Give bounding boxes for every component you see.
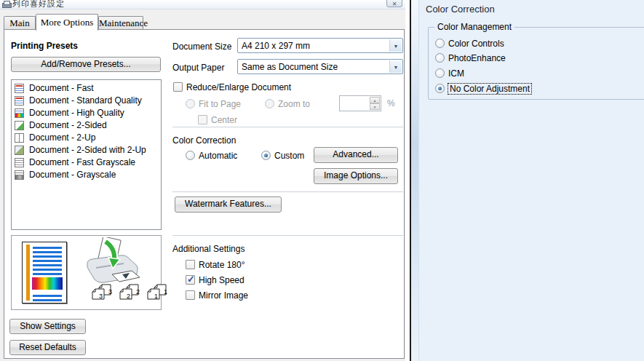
svg-text:1: 1 bbox=[154, 293, 158, 300]
svg-text:2: 2 bbox=[127, 293, 130, 300]
fit-to-page-label: Fit to Page bbox=[199, 99, 241, 109]
fit-to-page-radio[interactable] bbox=[186, 99, 195, 108]
list-item[interactable]: Document - Fast bbox=[12, 82, 161, 95]
spinner-up-button[interactable]: ▲ bbox=[370, 97, 380, 103]
list-item[interactable]: Document - 2-Sided bbox=[12, 119, 161, 132]
title-bar: 列印喜好設定 ✕ bbox=[0, 0, 405, 9]
window-title: 列印喜好設定 bbox=[12, 0, 65, 9]
document-size-label: Document Size bbox=[172, 41, 231, 52]
color-controls-label: Color Controls bbox=[448, 39, 504, 49]
binding-stripe bbox=[26, 245, 30, 301]
show-settings-button[interactable]: Show Settings bbox=[9, 319, 86, 334]
svg-text:2: 2 bbox=[136, 288, 140, 295]
printing-presets-heading: Printing Presets bbox=[11, 41, 78, 51]
photoenhance-radio[interactable] bbox=[435, 53, 445, 63]
reduce-enlarge-label: Reduce/Enlarge Document bbox=[186, 82, 291, 92]
color-correction-window: Color Correction Color Management Color … bbox=[410, 0, 644, 361]
document-fast-icon bbox=[15, 84, 24, 93]
separator bbox=[172, 127, 403, 127]
document-preview-thumbnail bbox=[22, 242, 67, 304]
document-fast-grayscale-icon bbox=[15, 158, 24, 167]
list-item[interactable]: Document - Fast Grayscale bbox=[12, 156, 161, 169]
reduce-enlarge-checkbox[interactable] bbox=[173, 82, 183, 92]
no-color-adjustment-label: No Color Adjustment bbox=[448, 84, 531, 94]
separator bbox=[172, 235, 403, 236]
spinner-up-icon: ▲ bbox=[370, 98, 379, 103]
collate-pages-3-icon: 3 3 bbox=[92, 284, 115, 304]
svg-text:3: 3 bbox=[108, 288, 112, 295]
automatic-radio[interactable] bbox=[186, 151, 195, 160]
document-size-select[interactable]: A4 210 x 297 mm ▼ bbox=[237, 38, 403, 53]
dropdown-button[interactable]: ▼ bbox=[389, 39, 402, 52]
color-correction-heading: Color Correction bbox=[172, 135, 236, 146]
presets-list: Document - Fast Document - Standard Qual… bbox=[11, 79, 162, 230]
no-color-adjustment-radio[interactable] bbox=[435, 84, 445, 93]
color-bar bbox=[32, 277, 63, 290]
document-grayscale-icon bbox=[15, 170, 24, 180]
close-icon: ✕ bbox=[392, 1, 397, 7]
center-label: Center bbox=[211, 115, 237, 125]
mirror-image-checkbox[interactable] bbox=[186, 290, 195, 300]
dropdown-button[interactable]: ▼ bbox=[389, 60, 402, 73]
color-correction-window-title: Color Correction bbox=[426, 4, 495, 15]
document-2-sided-with-2-up-icon bbox=[15, 146, 24, 155]
document-2-sided-icon bbox=[15, 121, 24, 130]
spinner-down-button[interactable]: ▼ bbox=[370, 103, 380, 110]
tab-maintenance[interactable]: Maintenance bbox=[98, 16, 143, 30]
zoom-to-label: Zoom to bbox=[278, 99, 310, 109]
list-item[interactable]: Document - 2-Sided with 2-Up bbox=[12, 144, 161, 156]
icm-label: ICM bbox=[448, 68, 464, 79]
automatic-label: Automatic bbox=[199, 151, 237, 161]
percent-label: % bbox=[387, 98, 395, 108]
zoom-percent-input[interactable]: ▲ ▼ bbox=[339, 95, 381, 111]
window-frame bbox=[411, 0, 419, 361]
rotate-180-label: Rotate 180° bbox=[199, 260, 245, 270]
printer-graphic-icon bbox=[79, 237, 146, 284]
print-preview-panel: 3 3 2 2 1 1 bbox=[11, 235, 162, 310]
list-item[interactable]: Document - 2-Up bbox=[12, 132, 161, 144]
reset-defaults-button[interactable]: Reset Defaults bbox=[9, 340, 86, 355]
document-standard-quality-icon bbox=[15, 96, 24, 106]
custom-label: Custom bbox=[274, 151, 304, 161]
tab-more-options[interactable]: More Options bbox=[36, 14, 98, 31]
watermark-features-button[interactable]: Watermark Features... bbox=[175, 197, 282, 213]
printing-preferences-window: 列印喜好設定 ✕ Main More Options Maintenance P… bbox=[0, 0, 405, 361]
separator bbox=[172, 191, 403, 192]
close-button[interactable]: ✕ bbox=[386, 0, 402, 7]
collate-pages-2-icon: 2 2 bbox=[119, 284, 143, 304]
zoom-to-radio[interactable] bbox=[265, 99, 274, 108]
document-2-up-icon bbox=[15, 133, 24, 143]
output-paper-label: Output Paper bbox=[172, 63, 224, 73]
color-management-heading: Color Management bbox=[434, 22, 514, 33]
spinner-down-icon: ▼ bbox=[370, 104, 379, 110]
svg-text:3: 3 bbox=[99, 293, 103, 300]
photoenhance-label: PhotoEnhance bbox=[448, 53, 506, 63]
list-item[interactable]: Document - High Quality bbox=[12, 107, 161, 119]
output-paper-select[interactable]: Same as Document Size ▼ bbox=[237, 59, 403, 74]
advanced-button[interactable]: Advanced... bbox=[314, 147, 398, 163]
list-item[interactable]: Document - Grayscale bbox=[12, 169, 161, 181]
add-remove-presets-button[interactable]: Add/Remove Presets... bbox=[11, 57, 161, 72]
svg-text:1: 1 bbox=[164, 288, 167, 295]
printer-window-icon bbox=[2, 1, 10, 8]
high-speed-label: High Speed bbox=[199, 275, 245, 285]
tab-main[interactable]: Main bbox=[4, 16, 36, 30]
color-controls-radio[interactable] bbox=[435, 39, 445, 48]
more-options-tab-page: Printing Presets Add/Remove Presets... D… bbox=[4, 29, 405, 359]
icm-radio[interactable] bbox=[435, 68, 445, 78]
custom-radio[interactable] bbox=[261, 151, 271, 160]
center-checkbox[interactable] bbox=[198, 115, 207, 124]
additional-settings-heading: Additional Settings bbox=[172, 244, 245, 254]
chevron-down-icon: ▼ bbox=[394, 44, 399, 49]
color-management-group: Color Management Color Controls PhotoEnh… bbox=[428, 27, 644, 100]
rotate-180-checkbox[interactable] bbox=[186, 260, 195, 269]
image-options-button[interactable]: Image Options... bbox=[314, 168, 398, 184]
collate-pages-1-icon: 1 1 bbox=[147, 284, 170, 304]
document-high-quality-icon bbox=[15, 108, 24, 118]
screen: 列印喜好設定 ✕ Main More Options Maintenance P… bbox=[0, 0, 644, 361]
list-item[interactable]: Document - Standard Quality bbox=[12, 95, 161, 107]
mirror-image-label: Mirror Image bbox=[199, 290, 248, 301]
chevron-down-icon: ▼ bbox=[394, 65, 399, 70]
high-speed-checkbox[interactable] bbox=[186, 275, 195, 285]
